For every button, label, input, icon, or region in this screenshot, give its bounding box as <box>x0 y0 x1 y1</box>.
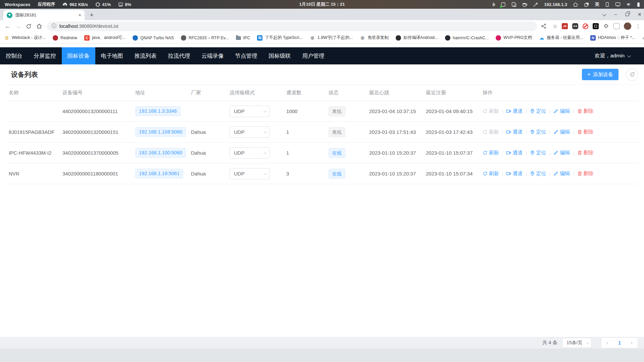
profile-avatar[interactable] <box>624 22 631 30</box>
row-delete-action[interactable]: 删除 <box>577 129 594 135</box>
nav-item-5[interactable]: 推流列表 <box>129 47 162 64</box>
row-locate-action[interactable]: 定位 <box>530 150 546 156</box>
clipboard-tray-icon[interactable] <box>511 2 516 7</box>
address-bar[interactable]: ⓘ localhost:38080/#/deviceList <box>47 21 537 31</box>
page-size-select[interactable]: 15条/页 <box>562 338 592 348</box>
row-edit-action[interactable]: 编辑 <box>553 150 570 156</box>
row-edit-action[interactable]: 编辑 <box>553 170 570 177</box>
bing-tray-icon[interactable]: b <box>493 2 495 7</box>
browser-tab[interactable]: 国标28181 × <box>3 10 85 20</box>
stream-mode-select[interactable]: UDP <box>230 168 269 179</box>
screenshot-tray-icon[interactable] <box>501 2 506 7</box>
nav-item-9[interactable]: 国标级联 <box>263 47 297 64</box>
applications-menu[interactable]: 应用程序 <box>38 1 55 7</box>
bookmark-label: WVP-PRO文档 <box>503 35 532 41</box>
tab-close-icon[interactable]: × <box>79 13 81 17</box>
next-page-button[interactable]: › <box>626 340 638 346</box>
row-delete-action[interactable]: 删除 <box>577 170 594 177</box>
bookmark-item[interactable]: ⊕1.8W字|了不起的... <box>310 35 353 41</box>
status-badge: 在线 <box>329 169 345 179</box>
bookmark-item[interactable]: Redmine <box>53 35 77 41</box>
clock[interactable]: 1月10日 星期二 15：21 <box>299 1 345 7</box>
page-number-1[interactable]: 1 <box>613 340 626 346</box>
stream-mode-select[interactable]: UDP <box>230 106 269 117</box>
nav-item-7[interactable]: 云端录像 <box>196 47 230 64</box>
home-tray-icon[interactable] <box>573 2 578 7</box>
tab-search-chevron-icon[interactable] <box>602 13 605 16</box>
bookmark-item[interactable]: RFC2833 – RTP Ev... <box>181 35 229 41</box>
row-edit-action[interactable]: 编辑 <box>553 129 570 135</box>
row-locate-action[interactable]: 定位 <box>530 170 546 177</box>
bookmark-item[interactable]: 如何编译Android... <box>396 35 438 41</box>
home-button[interactable] <box>35 21 43 31</box>
caffeine-tray-icon[interactable] <box>522 2 528 7</box>
nav-item-4[interactable]: 电子地图 <box>95 47 129 64</box>
bookmark-item[interactable]: QNAP Turbo NAS <box>133 35 174 41</box>
row-refresh-action[interactable]: 刷新 <box>483 150 499 156</box>
row-channels-action[interactable]: 通道 <box>506 108 523 114</box>
color-picker-tray-icon[interactable] <box>533 2 538 7</box>
row-edit-action[interactable]: 编辑 <box>553 108 570 114</box>
cell-channels: 1 <box>283 122 325 143</box>
input-method-indicator[interactable]: 英 <box>595 1 599 7</box>
extension-screenshot-icon[interactable] <box>593 23 599 29</box>
row-delete-action[interactable]: 删除 <box>577 150 594 156</box>
extension-adblock-icon[interactable] <box>583 23 588 29</box>
row-channels-action[interactable]: 通道 <box>506 150 523 156</box>
add-device-button[interactable]: + 添加设备 <box>582 69 618 80</box>
nav-item-1[interactable]: 控制台 <box>0 47 28 64</box>
bookmark-item[interactable]: NHDAtmos :: 种子 *... <box>590 35 635 41</box>
minimize-button[interactable]: − <box>614 12 617 17</box>
window-switcher-icon[interactable] <box>584 2 589 7</box>
row-refresh-action[interactable]: 刷新 <box>483 170 499 177</box>
ip-address-indicator[interactable]: 192.168.1.3 <box>544 2 567 7</box>
user-menu[interactable]: 欢迎，admin <box>595 47 644 64</box>
bookmark-item[interactable]: WVP-PRO文档 <box>496 35 532 41</box>
bookmark-item[interactable]: ☁服务器 - 轻量应用... <box>539 35 583 41</box>
extension-other-icon[interactable] <box>613 23 620 29</box>
extension-darkreader-icon[interactable] <box>572 23 578 29</box>
row-refresh-action[interactable]: 刷新 <box>483 108 499 114</box>
nav-item-3[interactable]: 国标设备 <box>62 47 95 64</box>
nav-item-8[interactable]: 节点管理 <box>230 47 263 64</box>
browser-menu-icon[interactable]: ⋮ <box>636 23 641 29</box>
reload-button[interactable] <box>24 21 33 31</box>
bookmarks-overflow-chevron[interactable]: » <box>642 35 644 41</box>
workspaces-button[interactable]: Workspaces <box>5 2 30 7</box>
restore-button[interactable] <box>626 13 629 16</box>
nav-item-6[interactable]: 拉流代理 <box>162 47 196 64</box>
bookmark-item[interactable]: 知了不起的 TypeScri... <box>257 35 303 41</box>
display-tray-icon[interactable] <box>615 2 621 7</box>
forward-button[interactable]: → <box>14 21 22 31</box>
stream-mode-select[interactable]: UDP <box>230 147 269 159</box>
bookmark-item[interactable]: IPC <box>236 36 250 40</box>
row-locate-action[interactable]: 定位 <box>530 129 546 135</box>
site-info-icon[interactable]: ⓘ <box>52 23 56 29</box>
row-delete-action[interactable]: 删除 <box>577 108 594 114</box>
row-refresh-action[interactable]: 刷新 <box>483 129 499 135</box>
bookmark-star-icon[interactable]: ☆ <box>553 23 557 30</box>
extensions-puzzle-icon[interactable] <box>603 23 609 29</box>
bookmark-label: Redmine <box>60 36 77 40</box>
bookmark-item[interactable]: Cjava、android可... <box>84 35 126 41</box>
refresh-list-button[interactable] <box>626 68 638 81</box>
cell-manufacturer: Dahua <box>188 122 226 143</box>
extension-js-icon[interactable]: JS <box>562 23 568 29</box>
nav-item-10[interactable]: 用户管理 <box>297 47 330 64</box>
stream-mode-select[interactable]: UDP <box>230 126 269 138</box>
back-button[interactable]: ← <box>3 21 12 31</box>
battery-icon[interactable] <box>637 2 640 7</box>
bookmark-item[interactable]: ⊕免登录复制 <box>360 35 389 41</box>
row-channels-action[interactable]: 通道 <box>506 170 523 177</box>
phone-link-icon[interactable] <box>605 2 609 7</box>
volume-icon[interactable] <box>626 2 631 7</box>
row-channels-action[interactable]: 通道 <box>506 129 523 135</box>
share-icon[interactable] <box>539 21 548 31</box>
row-locate-action[interactable]: 定位 <box>530 108 546 114</box>
close-button[interactable]: × <box>638 11 641 18</box>
nav-item-2[interactable]: 分屏监控 <box>28 47 62 64</box>
bookmark-item[interactable]: ≣Webstack - 设计... <box>4 35 46 41</box>
prev-page-button[interactable]: ‹ <box>601 340 613 346</box>
new-tab-button[interactable]: + <box>87 11 96 19</box>
bookmark-item[interactable]: hairrrrr/C-CrashC... <box>445 35 489 41</box>
